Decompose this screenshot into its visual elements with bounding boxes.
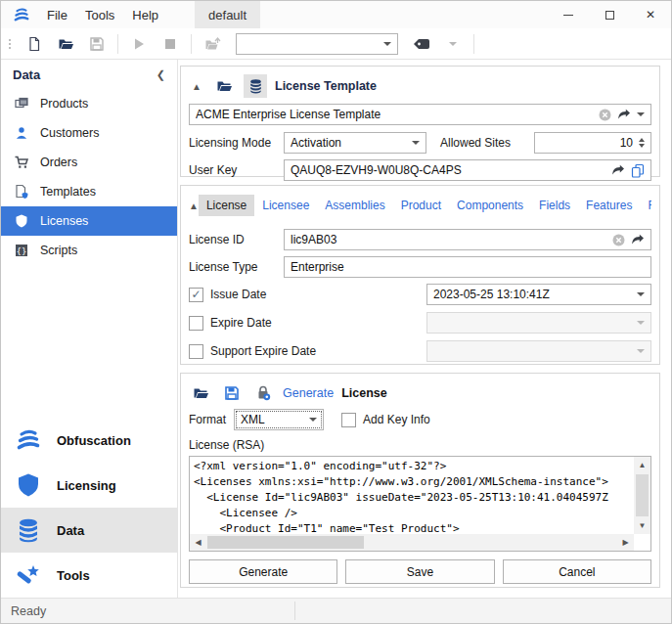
data-icon bbox=[15, 516, 42, 544]
stop-button[interactable] bbox=[157, 31, 183, 57]
support-expire-date-combo[interactable] bbox=[426, 340, 651, 362]
license-id-field[interactable]: lic9AB03 bbox=[284, 229, 651, 250]
run-button[interactable] bbox=[126, 31, 152, 57]
add-key-info-checkbox[interactable] bbox=[341, 413, 356, 427]
license-id-label: License ID bbox=[189, 233, 284, 246]
scroll-left-icon[interactable]: ◀ bbox=[190, 534, 206, 551]
cancel-button[interactable]: Cancel bbox=[503, 559, 651, 584]
sidebar-item-orders[interactable]: Orders bbox=[1, 148, 177, 177]
expire-date-combo[interactable] bbox=[426, 312, 651, 334]
format-combo[interactable]: XML bbox=[234, 409, 324, 430]
chevron-down-icon[interactable] bbox=[637, 112, 645, 116]
copy-icon[interactable] bbox=[631, 163, 645, 178]
license-output-label: License (RSA) bbox=[189, 438, 651, 452]
vertical-scrollbar[interactable]: ▲ ▼ bbox=[634, 457, 650, 534]
tag-button[interactable] bbox=[409, 31, 434, 57]
document-tab-default[interactable]: default bbox=[195, 1, 260, 28]
menu-file[interactable]: File bbox=[38, 1, 76, 28]
apply-arrow-icon[interactable] bbox=[631, 234, 645, 245]
tab-components[interactable]: Components bbox=[449, 195, 531, 216]
tab-license[interactable]: License bbox=[199, 195, 254, 216]
statusbar: Ready bbox=[1, 598, 671, 623]
open-license-button[interactable] bbox=[189, 381, 212, 405]
collapse-panel-icon[interactable]: ▲ bbox=[189, 201, 199, 211]
maximize-button[interactable] bbox=[589, 1, 630, 28]
toolbar-combo[interactable] bbox=[236, 33, 398, 55]
new-document-button[interactable] bbox=[22, 31, 47, 57]
sidebar-item-products[interactable]: Products bbox=[1, 89, 177, 118]
support-expire-date-checkbox[interactable] bbox=[189, 344, 203, 359]
user-key-field[interactable]: QAUQ8-EZVH9-W0U8Q-CA4PS bbox=[284, 159, 651, 181]
sidebar-item-scripts[interactable]: {} Scripts bbox=[1, 236, 177, 265]
export-button[interactable] bbox=[200, 31, 225, 57]
save-button[interactable] bbox=[84, 31, 110, 57]
collapse-panel-icon[interactable]: ▲ bbox=[189, 81, 204, 92]
minimize-button[interactable] bbox=[548, 1, 589, 28]
expire-date-checkbox[interactable] bbox=[189, 316, 203, 331]
issue-date-value: 2023-05-25 13:10:41Z bbox=[433, 288, 550, 301]
template-name-combo[interactable]: ACME Enterprise License Template bbox=[189, 104, 651, 125]
clear-icon[interactable] bbox=[612, 234, 625, 246]
license-type-label: License Type bbox=[189, 260, 284, 274]
toolbar-separator bbox=[473, 34, 474, 54]
open-project-button[interactable] bbox=[53, 31, 78, 57]
tab-assemblies[interactable]: Assemblies bbox=[317, 195, 392, 216]
licensing-mode-label: Licensing Mode bbox=[189, 136, 284, 150]
template-database-button[interactable] bbox=[244, 74, 267, 98]
nav-item-label: Licensing bbox=[57, 478, 116, 493]
scroll-down-icon[interactable]: ▼ bbox=[634, 517, 650, 534]
close-button[interactable]: ✕ bbox=[630, 1, 671, 28]
menu-help[interactable]: Help bbox=[123, 1, 167, 28]
tab-product[interactable]: Product bbox=[393, 195, 449, 216]
tab-licensee[interactable]: Licensee bbox=[254, 195, 317, 216]
key-button[interactable] bbox=[251, 381, 275, 405]
customers-icon bbox=[14, 125, 29, 141]
spin-down-icon[interactable] bbox=[639, 144, 645, 148]
nav-item-data[interactable]: Data bbox=[1, 508, 177, 553]
license-xml-viewer[interactable]: <?xml version="1.0" encoding="utf-32"?> … bbox=[189, 456, 651, 552]
export-icon bbox=[204, 36, 221, 52]
apply-arrow-icon[interactable] bbox=[617, 109, 631, 120]
allowed-sites-stepper[interactable]: 10 bbox=[534, 132, 651, 154]
chevron-down-icon bbox=[412, 141, 420, 145]
issue-date-checkbox[interactable]: ✓ bbox=[189, 288, 203, 302]
nav-item-tools[interactable]: Tools bbox=[1, 553, 177, 598]
licensing-mode-combo[interactable]: Activation bbox=[284, 132, 426, 154]
generate-link[interactable]: Generate bbox=[283, 386, 334, 400]
toolbar-separator bbox=[191, 34, 192, 54]
scroll-up-icon[interactable]: ▲ bbox=[634, 457, 650, 473]
main-content: ▲ Li bbox=[178, 60, 671, 598]
nav-item-label: Obfuscation bbox=[57, 433, 131, 448]
issue-date-row: ✓ Issue Date 2023-05-25 13:10:41Z bbox=[189, 284, 651, 305]
open-template-button[interactable] bbox=[212, 74, 236, 98]
save-license-button[interactable] bbox=[220, 381, 244, 405]
tab-fields[interactable]: Fields bbox=[531, 195, 578, 216]
tab-restrictions[interactable]: Restrictions bbox=[640, 195, 651, 216]
issue-date-combo[interactable]: 2023-05-25 13:10:41Z bbox=[426, 284, 651, 305]
tab-features[interactable]: Features bbox=[578, 195, 640, 216]
spin-up-icon[interactable] bbox=[639, 138, 645, 142]
tag-dropdown-button[interactable] bbox=[440, 31, 466, 57]
collapse-sidebar-icon[interactable]: ❮ bbox=[157, 68, 165, 81]
sidebar-item-customers[interactable]: Customers bbox=[1, 118, 177, 148]
license-type-field[interactable]: Enterprise bbox=[284, 256, 651, 278]
nav-item-licensing[interactable]: Licensing bbox=[1, 463, 177, 508]
toolbar-grip[interactable] bbox=[9, 39, 11, 49]
sidebar-item-licenses[interactable]: Licenses bbox=[1, 206, 177, 236]
horizontal-scroll-thumb[interactable] bbox=[207, 536, 364, 549]
generate-button[interactable]: Generate bbox=[189, 559, 337, 584]
nav-item-obfuscation[interactable]: Obfuscation bbox=[1, 418, 177, 463]
expire-date-label: Expire Date bbox=[210, 316, 272, 330]
license-xml-content[interactable]: <?xml version="1.0" encoding="utf-32"?> … bbox=[190, 457, 634, 534]
save-button[interactable]: Save bbox=[345, 559, 494, 584]
sidebar-item-templates[interactable]: Templates bbox=[1, 177, 177, 206]
apply-arrow-icon[interactable] bbox=[611, 164, 625, 176]
vertical-scroll-thumb[interactable] bbox=[636, 474, 649, 516]
horizontal-scrollbar[interactable]: ◀ ▶ bbox=[190, 534, 634, 551]
scroll-right-icon[interactable]: ▶ bbox=[617, 534, 634, 551]
obfuscation-icon bbox=[15, 427, 42, 453]
sidebar-item-label: Orders bbox=[40, 156, 77, 169]
menu-tools[interactable]: Tools bbox=[76, 1, 123, 28]
clear-icon[interactable] bbox=[599, 109, 611, 121]
toolbar-separator bbox=[117, 34, 118, 54]
